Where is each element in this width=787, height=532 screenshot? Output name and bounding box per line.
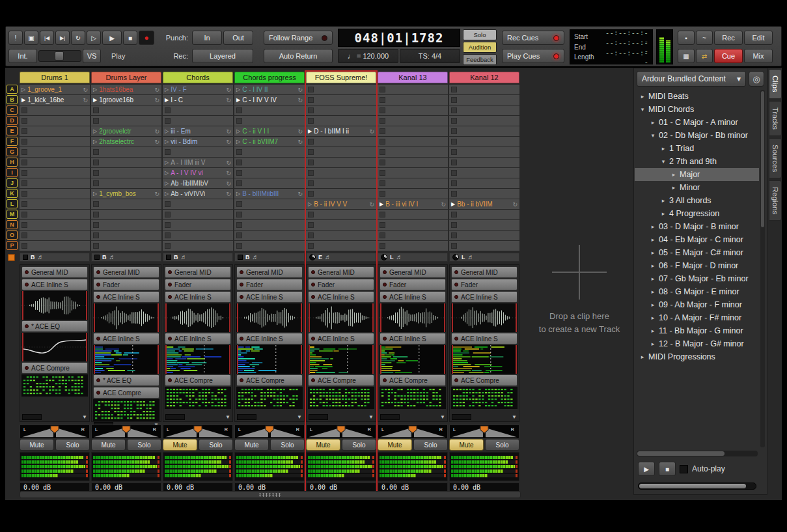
processor-ace-compre[interactable]: ACE Compre [380,374,446,386]
clip-slot-B[interactable] [306,95,376,105]
empty-clip-stop-box[interactable] [451,139,457,145]
empty-clip-stop-box[interactable] [21,212,27,217]
clip-slot-D[interactable] [449,116,519,126]
clip-slot-O[interactable] [163,231,233,240]
empty-clip-stop-box[interactable] [451,97,457,103]
go-to-start-button[interactable]: |◀ [40,31,54,45]
empty-clip-stop-box[interactable] [380,191,385,197]
scene-trigger-N[interactable]: N [7,220,18,229]
clip-slot-O[interactable] [20,231,90,240]
clip-slot-I[interactable] [20,168,90,178]
clip-slot-L[interactable]: ▶Bb - ii bVIIM↻ [449,199,519,209]
clip-slot-C[interactable] [234,105,305,115]
clip-slot-B[interactable]: ▶I - C↻ [163,95,233,105]
tree-collapsed-icon[interactable]: ▸ [649,288,657,295]
tree-item-major[interactable]: ▸Major [635,168,759,181]
clip-slot-A[interactable]: ▷1_groove_1↻ [20,85,90,94]
empty-clip-stop-box[interactable] [236,160,242,165]
monitor-options-icon[interactable]: ▪ [678,31,695,45]
empty-clip-stop-box[interactable] [93,149,99,155]
empty-clip-stop-box[interactable] [93,232,99,238]
empty-clip-stop-box[interactable] [380,180,385,186]
empty-clip-stop-box[interactable] [451,232,457,238]
empty-clip-stop-box[interactable] [308,97,314,103]
empty-clip-stop-box[interactable] [308,232,314,238]
empty-clip-stop-box[interactable] [451,243,457,249]
clip-slot-F[interactable]: ▷C - ii bVIIM7↻ [234,137,305,147]
clip-slot-B[interactable]: ▶C - I IV V IV↻ [234,95,305,105]
clip-slot-A[interactable]: ▷IV - F↻ [163,85,233,94]
empty-clip-stop-box[interactable] [308,118,314,124]
clip-play-icon[interactable]: ▷ [165,139,169,145]
clip-slot-K[interactable]: ▷1_cymb_bos↻ [91,189,161,199]
tree-item-02-db-major-bb-minor[interactable]: ▾02 - Db Major - Bb minor [635,129,759,142]
scene-trigger-G[interactable]: G [7,147,18,156]
preview-volume-slider[interactable] [638,483,756,490]
tab-sources[interactable]: Sources [769,138,782,178]
tree-item-minor[interactable]: ▸Minor [635,181,759,194]
solo-button[interactable]: Solo [270,439,305,451]
empty-clip-stop-box[interactable] [165,201,171,207]
scene-trigger-F[interactable]: F [7,137,18,146]
tree-item-06-f-major-d-minor[interactable]: ▸06 - F Major - D minor [635,259,759,272]
clip-slot-G[interactable] [234,147,305,157]
empty-clip-stop-box[interactable] [308,107,314,113]
stop-clips-button[interactable] [23,255,28,260]
clip-slot-N[interactable] [306,220,376,230]
processor-ace-inline-s[interactable]: ACE Inline S [380,291,446,303]
clip-play-icon[interactable]: ▷ [165,191,169,197]
track-header-drums-layer[interactable]: Drums Layer [91,72,161,83]
clip-slot-K[interactable] [306,189,376,199]
empty-clip-stop-box[interactable] [451,118,457,124]
processor-ace-inline-s[interactable]: ACE Inline S [380,333,446,344]
clip-slot-O[interactable] [306,231,376,240]
empty-clip-stop-box[interactable] [93,222,99,228]
solo-button[interactable]: Solo [413,439,448,451]
clip-slot-N[interactable] [378,220,448,230]
clip-slot-I[interactable] [306,168,376,178]
punch-in-button[interactable]: In [192,31,222,45]
play-selection-button[interactable]: ▷ [87,31,101,45]
clip-slot-E[interactable] [449,126,519,136]
library-source-select[interactable]: Ardour Bundled Content ▾ [637,71,746,87]
processor-ace-compre[interactable]: ACE Compre [21,362,88,374]
processor-ace-eq[interactable]: * ACE EQ [93,374,159,386]
clip-slot-E[interactable]: ▶D - I bIIM I ii↻ [306,126,376,136]
empty-clip-stop-box[interactable] [308,191,314,197]
scene-trigger-M[interactable]: M [7,210,18,219]
processor-ace-inline-s[interactable]: ACE Inline S [451,291,518,303]
clip-slot-D[interactable] [163,116,233,126]
preview-stop-button[interactable]: ■ [659,462,676,476]
io-icon[interactable]: ⇄ [696,49,713,63]
shuttle-control[interactable] [38,50,81,62]
processor-ace-inline-s[interactable]: ACE Inline S [165,333,231,344]
track-stop-row[interactable]: B♬ [234,253,305,262]
solo-button[interactable]: Solo [55,439,90,451]
strip-menu-arrow-icon[interactable]: ▼ [82,414,87,420]
tree-expanded-icon[interactable]: ▾ [659,158,667,165]
clip-slot-D[interactable] [20,116,90,126]
stop-button[interactable]: ■ [123,31,137,45]
clip-slot-O[interactable] [449,231,519,240]
clip-slot-A[interactable]: ▷C - I IV II↻ [234,85,305,94]
tree-item-08-g-major-e-minor[interactable]: ▸08 - G Major - E minor [635,285,759,298]
clip-slot-P[interactable] [20,241,90,251]
mute-button[interactable]: Mute [163,439,197,451]
processor-general-mid[interactable]: General MID [451,266,518,278]
tree-item-midi-progressions[interactable]: ▸MIDI Progressions [635,350,759,363]
clip-slot-N[interactable] [20,220,90,230]
processor-general-mid[interactable]: General MID [93,266,159,278]
processor-fader[interactable]: Fader [165,279,231,290]
tree-item-midi-chords[interactable]: ▾MIDI Chords [635,103,759,116]
processor-fader[interactable]: Fader [380,279,446,290]
shuttle-handle[interactable] [55,51,64,61]
empty-clip-stop-box[interactable] [236,232,242,238]
tree-collapsed-icon[interactable]: ▸ [649,262,657,269]
tree-expanded-icon[interactable]: ▾ [639,106,646,113]
empty-clip-stop-box[interactable] [380,170,385,176]
clip-slot-D[interactable] [91,116,161,126]
sync-source-button[interactable]: Int. [8,49,37,63]
scene-trigger-B[interactable]: B [7,95,18,104]
empty-clip-stop-box[interactable] [380,139,385,145]
empty-clip-stop-box[interactable] [451,212,457,217]
